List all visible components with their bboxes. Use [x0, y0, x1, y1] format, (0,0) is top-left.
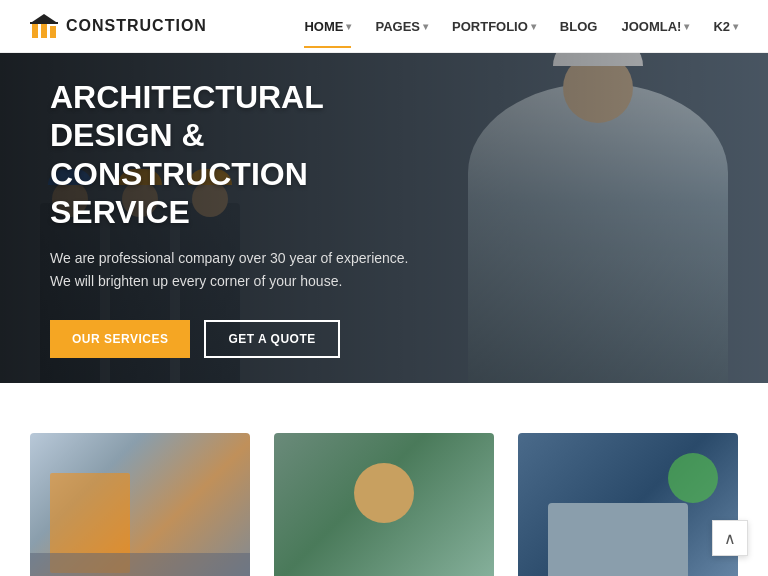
- header: CONSTRUCTION HOME ▾ PAGES ▾ PORTFOLIO ▾ …: [0, 0, 768, 53]
- nav-blog[interactable]: BLOG: [560, 19, 598, 34]
- nav-portfolio[interactable]: PORTFOLIO ▾: [452, 19, 536, 34]
- get-a-quote-button[interactable]: GET A QUOTE: [204, 320, 339, 358]
- nav-home[interactable]: HOME ▾: [304, 19, 351, 34]
- card-img-visual-1: [30, 433, 250, 576]
- back-to-top-button[interactable]: ∧: [712, 520, 748, 556]
- card-image-1: [30, 433, 250, 576]
- hero-section: ARCHITECTURAL DESIGN & CONSTRUCTION SERV…: [0, 53, 768, 383]
- hero-title: ARCHITECTURAL DESIGN & CONSTRUCTION SERV…: [50, 78, 450, 232]
- our-services-button[interactable]: OUR SERVICES: [50, 320, 190, 358]
- nav-pages[interactable]: PAGES ▾: [375, 19, 428, 34]
- hero-buttons: OUR SERVICES GET A QUOTE: [50, 320, 450, 358]
- cards-section: ARCHITECTURAL DESIGN Sed tit amet sapien…: [0, 383, 768, 576]
- cards-grid: ARCHITECTURAL DESIGN Sed tit amet sapien…: [30, 433, 738, 576]
- logo-icon: [30, 12, 58, 40]
- chevron-down-icon: ▾: [423, 21, 428, 32]
- svg-rect-3: [30, 22, 58, 24]
- card-architectural-design: ARCHITECTURAL DESIGN Sed tit amet sapien…: [30, 433, 250, 576]
- nav-joomla[interactable]: JOOMLA! ▾: [621, 19, 689, 34]
- chevron-down-icon: ▾: [346, 21, 351, 32]
- card-image-3: [518, 433, 738, 576]
- main-nav: HOME ▾ PAGES ▾ PORTFOLIO ▾ BLOG JOOMLA! …: [304, 19, 738, 34]
- nav-k2[interactable]: K2 ▾: [713, 19, 738, 34]
- svg-marker-4: [32, 14, 56, 22]
- logo-text: CONSTRUCTION: [66, 17, 207, 35]
- hero-subtitle: We are professional company over 30 year…: [50, 247, 450, 292]
- chevron-down-icon: ▾: [733, 21, 738, 32]
- card-electrical-systems: ELECTRICAL SYSTEMS Sed tit amet sapien s…: [518, 433, 738, 576]
- card-img-visual-2: [274, 433, 494, 576]
- card-reconstruction-services: RECONSTRUCTION SERVICES Vivamus ac eros …: [274, 433, 494, 576]
- svg-rect-2: [50, 26, 56, 38]
- chevron-down-icon: ▾: [684, 21, 689, 32]
- svg-rect-0: [32, 24, 38, 38]
- hero-content: ARCHITECTURAL DESIGN & CONSTRUCTION SERV…: [0, 78, 500, 358]
- card-img-visual-3: [518, 433, 738, 576]
- logo[interactable]: CONSTRUCTION: [30, 12, 207, 40]
- card-image-2: [274, 433, 494, 576]
- chevron-up-icon: ∧: [724, 529, 736, 548]
- chevron-down-icon: ▾: [531, 21, 536, 32]
